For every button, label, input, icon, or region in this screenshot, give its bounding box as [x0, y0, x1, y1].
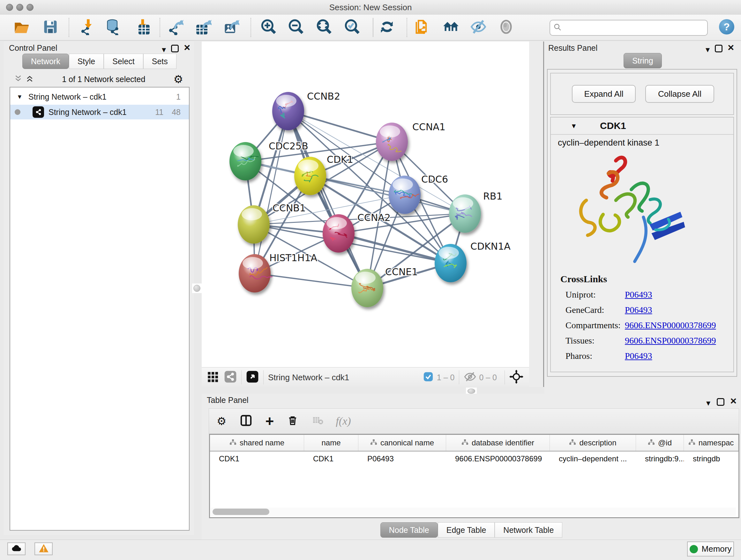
edge-HIST1H1A-CCNE1[interactable]	[255, 273, 367, 288]
help-button[interactable]: ?	[719, 19, 734, 35]
scrollbar-thumb[interactable]	[212, 509, 269, 515]
column-header-canonical-name[interactable]: canonical name	[358, 435, 446, 451]
cell[interactable]: CDK1	[210, 454, 304, 463]
search-input[interactable]	[565, 23, 707, 33]
node-label-CCNA2: CCNA2	[357, 212, 391, 223]
export-table-button[interactable]	[194, 18, 213, 37]
node-CCNE1[interactable]: CCNE1	[351, 266, 418, 307]
export-image-button[interactable]	[221, 18, 241, 37]
clipboard-network-button[interactable]	[412, 18, 431, 37]
crosslink-link[interactable]: 9606.ENSP00000378699	[625, 320, 716, 330]
node-CCNA1[interactable]: CCNA1	[376, 121, 446, 161]
tab-network[interactable]: Network	[22, 54, 69, 69]
crosslinks-title: CrossLinks	[560, 273, 730, 285]
tab-edge-table[interactable]: Edge Table	[438, 522, 495, 538]
table-horizontal-scrollbar[interactable]	[211, 508, 736, 516]
hide-selected-button[interactable]	[469, 18, 488, 37]
node-table[interactable]: shared namenamecanonical namedatabase id…	[209, 434, 739, 518]
column-header-shared-name[interactable]: shared name	[210, 435, 304, 451]
tab-string[interactable]: String	[623, 53, 662, 68]
column-header-database-identifier[interactable]: database identifier	[446, 435, 550, 451]
cdk1-section-header[interactable]: ▾ CDK1	[551, 118, 733, 135]
zoom-selected-button[interactable]	[342, 18, 361, 37]
delete-column-trash-icon[interactable]	[286, 415, 299, 428]
network-list-row[interactable]: ▾String Network – cdk11	[10, 89, 189, 104]
warnings-button[interactable]	[35, 543, 53, 555]
clip-share-icon	[414, 18, 430, 37]
selected-checkbox-icon[interactable]	[423, 371, 434, 383]
close-panel-icon[interactable]: ×	[730, 397, 737, 405]
memory-button[interactable]: Memory	[687, 542, 734, 557]
left-splitter-grip[interactable]	[192, 284, 202, 293]
tab-network-table[interactable]: Network Table	[495, 522, 562, 538]
search-box[interactable]	[549, 20, 708, 36]
float-panel-icon[interactable]: ▾	[162, 45, 166, 55]
zoom-out-icon	[287, 18, 304, 37]
import-network-database-button[interactable]	[104, 18, 123, 37]
cell[interactable]: P06493	[358, 454, 446, 463]
node-HIST1H1A[interactable]: HIST1H1A	[239, 252, 318, 293]
show-columns-icon[interactable]	[240, 414, 253, 428]
tab-style[interactable]: Style	[69, 54, 104, 69]
fit-selected-crosshair-icon[interactable]	[509, 370, 523, 385]
tab-sets[interactable]: Sets	[143, 54, 177, 69]
cdk1-section: ▾ CDK1 cyclin–dependent kinase 1	[550, 117, 734, 372]
table-options-gear-icon[interactable]: ⚙	[217, 415, 226, 428]
crosslink-link[interactable]: P06493	[625, 305, 652, 315]
cell[interactable]: stringdb	[684, 454, 738, 463]
crosslink-link[interactable]: P06493	[625, 290, 652, 300]
crosslink-link[interactable]: P06493	[625, 351, 652, 361]
network-share-icon[interactable]	[224, 370, 237, 384]
float-panel-icon[interactable]: ▾	[706, 398, 711, 408]
close-panel-icon[interactable]: ×	[184, 44, 190, 51]
node-RB1[interactable]: RB1	[449, 191, 502, 233]
table-row[interactable]: CDK1CDK1P064939606.ENSP00000378699cyclin…	[210, 451, 738, 466]
cell[interactable]: cyclin–dependent ...	[550, 454, 636, 463]
import-network-button[interactable]	[77, 18, 96, 37]
network-collection-label: String Network – cdk1	[28, 92, 107, 102]
first-neighbors-button[interactable]	[441, 18, 461, 37]
restore-panel-icon[interactable]	[171, 45, 179, 52]
restore-panel-icon[interactable]	[717, 398, 724, 406]
collapse-all-button[interactable]: Collapse All	[645, 85, 714, 103]
grid-view-icon[interactable]	[207, 370, 219, 384]
zoom-fit-button[interactable]	[314, 18, 333, 37]
memory-label: Memory	[702, 544, 732, 554]
expand-all-icon[interactable]	[25, 74, 34, 84]
column-header-name[interactable]: name	[304, 435, 358, 451]
collapse-caret-icon[interactable]: ▾	[572, 121, 576, 130]
network-canvas[interactable]: CCNB2CCNA1CDC25BCDK1CDC6RB1CCNB1CCNA2CDK…	[202, 42, 529, 367]
cell[interactable]: CDK1	[304, 454, 358, 463]
collapse-all-icon[interactable]	[14, 74, 22, 84]
import-table-button[interactable]	[133, 18, 152, 37]
add-column-icon[interactable]: +	[265, 415, 274, 428]
restore-panel-icon[interactable]	[715, 45, 723, 52]
open-file-button[interactable]	[12, 18, 31, 37]
node-CCNA2[interactable]: CCNA2	[323, 212, 391, 253]
detach-view-icon[interactable]	[246, 370, 259, 384]
protein-structure-image	[565, 150, 730, 272]
network-list-row[interactable]: String Network – cdk11148	[10, 105, 189, 119]
refresh-button[interactable]	[378, 18, 397, 37]
tab-select[interactable]: Select	[104, 54, 143, 69]
zoom-out-button[interactable]	[286, 18, 305, 37]
crosslink-link[interactable]: 9606.ENSP00000378699	[625, 335, 716, 346]
network-options-gear-icon[interactable]: ⚙	[174, 73, 183, 85]
save-session-button[interactable]	[41, 18, 60, 37]
show-all-button[interactable]	[496, 18, 516, 37]
node-CDKN1A[interactable]: CDKN1A	[434, 241, 511, 282]
column-header-description[interactable]: description	[550, 435, 636, 451]
cloud-button[interactable]	[7, 543, 25, 555]
expand-all-button[interactable]: Expand All	[572, 85, 636, 103]
column-header-namespac[interactable]: namespac	[684, 435, 738, 451]
edge-CCNB2-HIST1H1A[interactable]	[255, 111, 288, 273]
column-header--id[interactable]: @id	[636, 435, 684, 451]
node-CDK1[interactable]: CDK1	[294, 154, 353, 195]
export-network-button[interactable]	[165, 18, 185, 37]
cell[interactable]: 9606.ENSP00000378699	[446, 454, 550, 463]
close-panel-icon[interactable]: ×	[728, 44, 734, 51]
tab-node-table[interactable]: Node Table	[381, 522, 438, 538]
zoom-in-button[interactable]	[259, 18, 278, 37]
cell[interactable]: stringdb:9...	[636, 454, 684, 463]
expand-caret-icon[interactable]: ▾	[18, 92, 21, 101]
